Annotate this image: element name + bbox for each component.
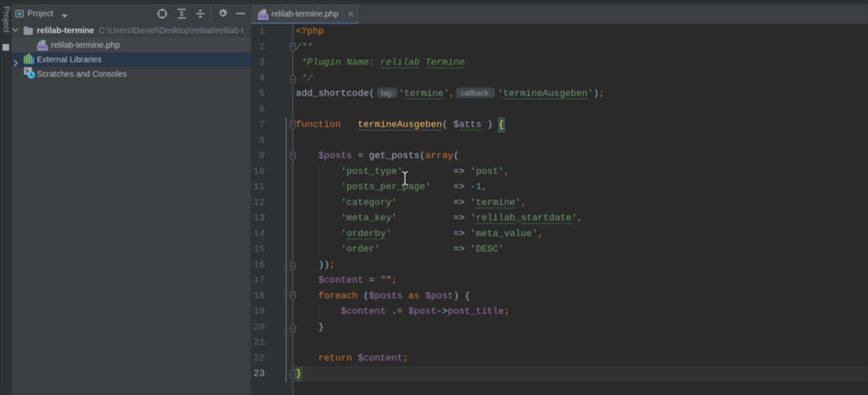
svg-text:PHP: PHP	[259, 15, 268, 20]
svg-text:PHP: PHP	[38, 45, 47, 50]
